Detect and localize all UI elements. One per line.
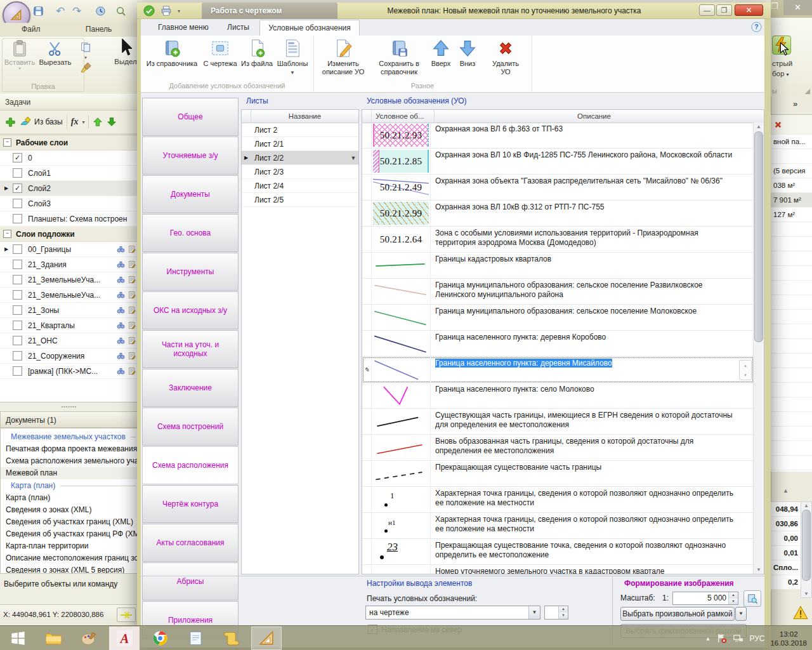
props-icon[interactable] — [128, 336, 136, 345]
function-icon[interactable]: fx — [71, 117, 79, 127]
layer-row[interactable]: Планшеты: Схема построен — [0, 211, 138, 227]
minimize-button[interactable]: — — [699, 4, 715, 16]
clock[interactable]: 13:0216.03.2018 — [770, 630, 807, 647]
category-button[interactable]: Акты согласования — [142, 524, 239, 562]
document-item[interactable]: Печатная форма проекта межевания — [1, 443, 138, 455]
add-layer-icon[interactable] — [20, 117, 30, 128]
add-icon[interactable] — [5, 117, 16, 128]
symbol-row[interactable]: Граница населенного пункта: деревня Коро… — [362, 331, 754, 357]
tab-file[interactable]: Файл — [0, 23, 62, 36]
props-icon[interactable] — [128, 245, 136, 253]
ribbon-file-plus-button[interactable]: Из файла — [240, 37, 274, 77]
find-icon[interactable] — [117, 352, 125, 360]
layer-row[interactable]: Слой1 — [0, 166, 138, 181]
dropdown-arrow-icon[interactable]: ▼ — [348, 155, 358, 161]
cut-button[interactable]: Вырезать — [37, 40, 74, 66]
document-item[interactable]: Межевой план — [1, 467, 138, 479]
taskbar-app-paint[interactable] — [74, 627, 104, 650]
right-panel-row[interactable]: (5 версия — [771, 164, 812, 178]
layer-checkbox[interactable] — [13, 366, 22, 376]
layer-checkbox[interactable] — [13, 305, 22, 315]
symbol-row[interactable]: 50.21.2.85Охранная зона ВЛ 10 кВ Фид-128… — [362, 149, 754, 175]
scale-input[interactable]: 5 000 ▲▼ — [672, 592, 738, 605]
layer-row[interactable]: 21_ЗемельныеУча... — [0, 288, 138, 303]
expand-panel-icon[interactable]: » — [793, 99, 797, 109]
category-button[interactable]: Абрисы — [142, 562, 239, 600]
category-button[interactable]: Общее — [142, 98, 239, 136]
category-button[interactable]: Гео. основа — [142, 214, 239, 252]
category-button[interactable]: ОКС на исходных з/у — [142, 291, 239, 329]
tab-symbols[interactable]: Условные обозначения — [259, 20, 360, 36]
from-base-label[interactable]: Из базы — [34, 117, 63, 126]
row-spinner[interactable]: ▲▼ — [739, 360, 752, 380]
document-item[interactable]: Сведения о зонах (XML 5 версия) — [1, 564, 138, 574]
collapse-grid-icon[interactable]: ▲ — [771, 488, 801, 500]
layer-row[interactable]: [рамка] (ПКК->МС... — [0, 364, 138, 379]
taskbar-app-chrome[interactable] — [145, 627, 175, 650]
collapse-icon[interactable]: − — [3, 138, 11, 147]
category-button[interactable]: Уточняемые з/у — [142, 136, 239, 175]
document-item[interactable]: Сведения об участках границ (XML) — [1, 516, 138, 528]
right-panel-row[interactable]: 038 м² — [771, 178, 812, 193]
tab-main-menu[interactable]: Главное меню — [150, 20, 217, 36]
history-icon[interactable] — [95, 6, 106, 17]
symbol-row[interactable]: Граница муниципального образования: сель… — [362, 305, 754, 331]
taskbar-app-geo-app[interactable] — [251, 627, 282, 650]
sheet-row[interactable]: Лист 2/4 — [242, 179, 358, 193]
paste-button[interactable]: Вставить▾ — [4, 40, 36, 71]
layer-checkbox[interactable] — [13, 199, 22, 208]
props-icon[interactable] — [128, 367, 136, 375]
tab-sheets[interactable]: Листы — [219, 20, 258, 36]
action-center-flag-icon[interactable] — [716, 633, 727, 644]
maximize-button[interactable]: ❒ — [716, 4, 732, 16]
right-panel-row[interactable]: 7 901 м² — [771, 193, 812, 208]
clean-button[interactable] — [75, 62, 96, 74]
find-icon[interactable] — [117, 306, 125, 314]
category-button[interactable]: Инструменты — [142, 253, 239, 291]
ribbon-templates-button[interactable]: Шаблоны▼ — [274, 37, 311, 77]
layer-checkbox[interactable] — [13, 244, 22, 254]
ribbon-arrow-down-button[interactable]: Вниз — [454, 37, 481, 76]
select-free-frame-button[interactable]: Выбрать произвольной рамкой — [620, 607, 735, 621]
preview-button[interactable] — [743, 590, 761, 607]
symbol-column-header[interactable]: Условное об... — [372, 110, 435, 123]
description-column-header[interactable]: Описание — [435, 110, 754, 123]
layer-row[interactable]: ✓0 — [0, 150, 138, 166]
symbol-row[interactable]: 50.21.2.93Охранная зона ВЛ 6 ф.363 от ТП… — [362, 123, 754, 149]
symbol-row[interactable]: Прекращающая существование часть границы — [362, 461, 754, 487]
ribbon-book-save-button[interactable]: Сохранить в справочник — [370, 37, 428, 76]
category-button[interactable]: Заключение — [142, 369, 239, 407]
taskbar-app-autocad[interactable]: A — [109, 627, 140, 650]
category-button[interactable]: Чертёж контура — [142, 485, 239, 523]
layer-row[interactable]: 21_Кварталы — [0, 318, 138, 333]
symbol-row[interactable]: 50.21.2.99Охранная зона ВЛ 10кВ ф.312 от… — [362, 201, 754, 227]
category-button[interactable]: Части на уточ. и исходных — [142, 330, 239, 368]
document-item[interactable]: Описание местоположения границ зон ( — [1, 552, 138, 564]
undo-icon[interactable]: ↶ — [56, 6, 65, 17]
ribbon-book-plus-button[interactable]: Из справочника — [143, 37, 200, 77]
layer-checkbox[interactable] — [13, 260, 22, 269]
layer-row[interactable]: 21_Сооружения — [0, 348, 138, 364]
frame-dropdown-icon[interactable]: ▼ — [735, 607, 747, 621]
select-button[interactable]: Выдел — [113, 38, 138, 65]
apply-icon[interactable] — [143, 5, 155, 17]
main-close-button[interactable]: ✕ — [783, 0, 812, 15]
move-down-icon[interactable] — [107, 117, 117, 127]
document-item[interactable]: Карта-план территории — [1, 540, 138, 552]
symbol-row[interactable]: Существующая часть границы, имеющиеся в … — [362, 409, 754, 435]
zoom-icon[interactable] — [115, 6, 126, 17]
document-item[interactable]: Сведения об участках границ РФ (XML) — [1, 528, 138, 540]
document-item[interactable]: Сведения о зонах (XML) — [1, 504, 138, 516]
symbol-row[interactable]: Граница муниципального образования: сель… — [362, 279, 754, 305]
ribbon-edit-pencil-button[interactable]: Изменить описание УО — [316, 37, 370, 76]
right-panel-row[interactable]: вной па... — [771, 135, 812, 149]
props-icon[interactable] — [128, 321, 136, 329]
ribbon-arrow-up-button[interactable]: Вверх — [428, 37, 454, 76]
find-icon[interactable] — [117, 367, 125, 375]
taskbar-app-start[interactable] — [3, 627, 33, 650]
hidden-icons-chevron-icon[interactable]: ▲ — [705, 635, 710, 642]
layer-checkbox[interactable]: ✓ — [13, 153, 22, 162]
chevron-down-icon[interactable]: ▼ — [528, 606, 540, 619]
symbol-row[interactable]: 50.21.2.64Зона с особыми условиями испол… — [362, 227, 754, 253]
save-icon[interactable] — [33, 6, 44, 17]
